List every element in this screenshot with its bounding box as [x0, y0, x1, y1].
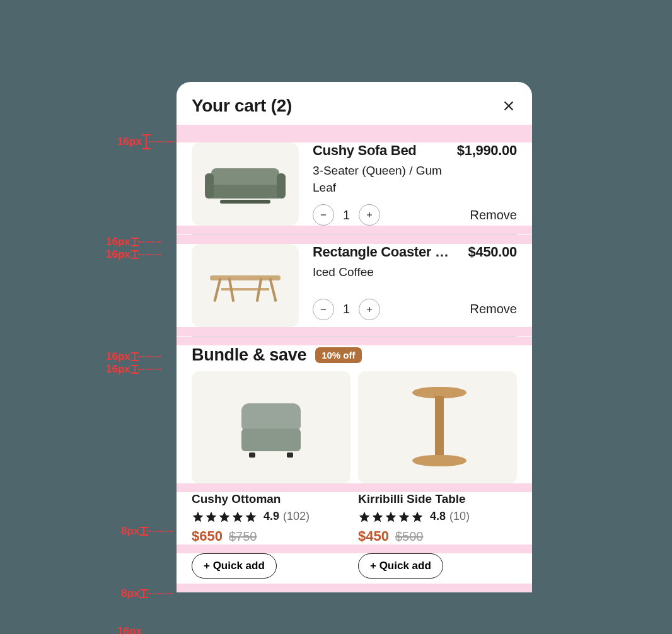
quick-add-button[interactable]: + Quick add [358, 553, 443, 579]
spacing-highlight [177, 584, 532, 592]
cart-item: Rectangle Coaster C… $450.00 Iced Coffee… [177, 244, 532, 327]
rating-count: (102) [283, 510, 310, 523]
rating-count: (10) [449, 510, 470, 523]
spacing-highlight [177, 483, 532, 492]
sofa-icon [205, 164, 286, 204]
bundle-header: Bundle & save 10% off [177, 345, 532, 365]
product-variant: 3-Seater (Queen) / Gum Leaf [313, 163, 451, 196]
increase-button[interactable] [359, 299, 380, 320]
product-thumbnail[interactable] [358, 371, 517, 483]
spacing-highlight [177, 327, 532, 336]
increase-button[interactable] [359, 204, 380, 226]
spacing-annotation: 16px 16px [106, 350, 161, 376]
product-price: $450.00 [468, 244, 517, 260]
spacing-annotation: 16px 16px [106, 236, 161, 261]
spacing-highlight [177, 226, 532, 234]
bundle-meta-row: Cushy Ottoman 4.9 (102) $650 $750 Kirrib… [177, 492, 532, 545]
remove-button[interactable]: Remove [470, 208, 517, 222]
rating-value: 4.8 [430, 510, 446, 523]
product-card [358, 371, 517, 483]
product-rating: 4.8 (10) [358, 510, 517, 523]
plus-icon [365, 210, 374, 219]
product-rating: 4.9 (102) [192, 510, 350, 523]
product-card [192, 371, 350, 483]
minus-icon [319, 210, 328, 219]
product-name: Kirribilli Side Table [358, 492, 517, 506]
product-price: $1,990.00 [457, 142, 517, 159]
decrease-button[interactable] [313, 299, 334, 320]
table-icon [207, 267, 283, 304]
cart-header: Your cart (2) [177, 82, 532, 125]
compare-price: $500 [395, 529, 424, 544]
quantity-value: 1 [343, 302, 350, 316]
spacing-annotation: 8px [121, 525, 173, 538]
product-thumbnail[interactable] [192, 371, 350, 483]
quick-add-row: + Quick add + Quick add [177, 553, 532, 584]
product-name: Cushy Ottoman [192, 492, 350, 506]
spacing-annotation: 16px [117, 625, 146, 634]
minus-icon [319, 305, 328, 314]
spacing-highlight [177, 545, 532, 553]
compare-price: $750 [229, 529, 257, 544]
spacing-highlight [177, 125, 532, 142]
bundle-title: Bundle & save [192, 345, 306, 365]
product-thumbnail[interactable] [192, 142, 299, 226]
spacing-highlight [177, 235, 532, 244]
product-name: Rectangle Coaster C… [313, 244, 458, 260]
close-icon [502, 99, 516, 113]
close-button[interactable] [501, 98, 517, 114]
spacing-highlight [177, 337, 532, 345]
star-icons [192, 510, 257, 523]
decrease-button[interactable] [313, 204, 334, 226]
product-variant: Iced Coffee [313, 264, 451, 281]
ottoman-icon [236, 397, 306, 458]
quantity-value: 1 [343, 208, 350, 222]
star-icons [358, 510, 424, 523]
bundle-products [177, 365, 532, 483]
cart-item: Cushy Sofa Bed $1,990.00 3-Seater (Queen… [177, 142, 532, 226]
side-table-icon [406, 383, 469, 471]
quantity-stepper: 1 [313, 204, 380, 226]
spacing-annotation: 8px [121, 587, 173, 600]
sale-price: $450 [358, 528, 389, 545]
remove-button[interactable]: Remove [470, 302, 517, 316]
rating-value: 4.9 [264, 510, 279, 523]
product-thumbnail[interactable] [192, 244, 299, 327]
discount-badge: 10% off [315, 347, 361, 363]
product-name: Cushy Sofa Bed [313, 142, 417, 159]
spacing-annotation: 16px [117, 134, 176, 149]
plus-icon [365, 305, 374, 314]
cart-panel: Your cart (2) Cushy Sofa Bed $1,990.00 3… [177, 82, 532, 592]
sale-price: $650 [192, 528, 223, 545]
quick-add-button[interactable]: + Quick add [192, 553, 277, 579]
quantity-stepper: 1 [313, 299, 380, 320]
cart-title: Your cart (2) [192, 96, 292, 116]
